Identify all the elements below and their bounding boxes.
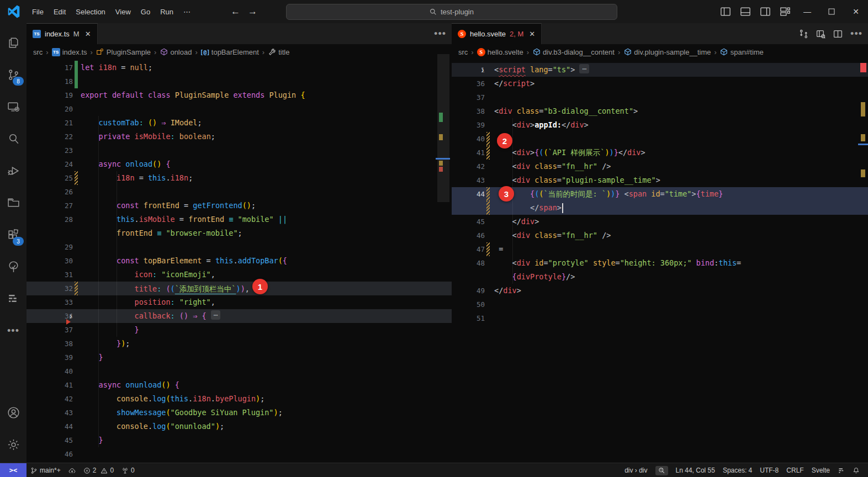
- breadcrumb-item[interactable]: div.b3-dialog__content: [532, 48, 615, 56]
- breadcrumb-item[interactable]: src: [33, 48, 43, 56]
- more-actions-icon[interactable]: •••: [850, 28, 862, 40]
- code-line[interactable]: 24async onload() {: [27, 157, 452, 171]
- code-line[interactable]: 48<div id="protyle" style="height: 360px…: [452, 256, 868, 270]
- close-button[interactable]: ✕: [844, 0, 868, 23]
- code-line[interactable]: 39<div>appId:</div>: [452, 118, 868, 132]
- remote-indicator[interactable]: ><: [0, 463, 27, 477]
- language-mode-status[interactable]: Svelte: [808, 463, 834, 477]
- sidebar-item-run-debug[interactable]: [0, 158, 27, 183]
- code-line[interactable]: 31icon: "iconEmoji",: [27, 268, 452, 282]
- problems-status[interactable]: 2 0: [80, 463, 118, 477]
- sidebar-item-search[interactable]: [0, 126, 27, 151]
- split-editor-icon[interactable]: [833, 29, 843, 39]
- code-line[interactable]: 38<div class="b3-dialog__content">: [452, 104, 868, 118]
- code-line[interactable]: 17let i18n = null;: [27, 61, 452, 75]
- code-line[interactable]: 1❯<script lang="ts">⋯: [452, 63, 868, 77]
- menu-view[interactable]: View: [110, 6, 136, 18]
- branch-status[interactable]: main*+: [27, 463, 65, 477]
- code-line[interactable]: 43<div class="plugin-sample__time">: [452, 173, 868, 187]
- code-line[interactable]: 29: [27, 240, 452, 254]
- breadcrumb-item[interactable]: src: [458, 48, 468, 56]
- breadcrumb-item[interactable]: title: [268, 48, 289, 56]
- code-line[interactable]: 49</div>: [452, 284, 868, 298]
- code-line[interactable]: 50: [452, 298, 868, 311]
- breadcrumb-item[interactable]: onload: [160, 48, 192, 56]
- code-line[interactable]: 47=: [452, 242, 868, 256]
- breadcrumb-item[interactable]: [@]topBarElement: [201, 48, 259, 56]
- sidebar-item-todo-tree[interactable]: [0, 254, 27, 279]
- open-preview-icon[interactable]: [816, 29, 825, 39]
- sidebar-item-source-control[interactable]: 8: [0, 62, 27, 87]
- code-line[interactable]: 44{((`当前的时间是: `))} <span id="time">{time…: [452, 187, 868, 201]
- activity-more-button[interactable]: •••: [0, 318, 27, 343]
- ports-status[interactable]: 0: [118, 463, 139, 477]
- sync-status[interactable]: [65, 463, 80, 477]
- code-line[interactable]: 36</script>: [452, 77, 868, 91]
- more-actions-icon[interactable]: •••: [434, 28, 446, 40]
- account-button[interactable]: [0, 400, 27, 425]
- code-line[interactable]: frontEnd ≡ "browser-mobile";: [27, 226, 452, 240]
- toggle-panel-icon[interactable]: [740, 6, 751, 17]
- code-line[interactable]: 51: [452, 311, 868, 325]
- code-line[interactable]: 44console.log("onunload");: [27, 420, 452, 433]
- zoom-status[interactable]: [652, 463, 672, 477]
- code-line[interactable]: 40: [452, 132, 868, 146]
- code-line[interactable]: 43showMessage("Goodbye SiYuan Plugin");: [27, 406, 452, 420]
- sidebar-item-remote-explorer[interactable]: [0, 94, 27, 119]
- menu-run[interactable]: Run: [155, 6, 178, 18]
- code-line[interactable]: 34❯callback: () ⇒ {⋯: [27, 309, 452, 323]
- code-line[interactable]: 46<div class="fn__hr" />: [452, 229, 868, 242]
- code-line[interactable]: 38});: [27, 337, 452, 351]
- breadcrumb-item[interactable]: TSindex.ts: [52, 48, 87, 56]
- tab-hello-svelte[interactable]: S hello.svelte 2, M ✕: [452, 23, 542, 44]
- code-line[interactable]: 23: [27, 144, 452, 157]
- forward-arrow-icon[interactable]: →: [248, 6, 257, 17]
- code-line[interactable]: 28this.isMobile = frontEnd ≡ "mobile" ||: [27, 213, 452, 226]
- code-line[interactable]: 20: [27, 102, 452, 116]
- fold-chevron-icon[interactable]: ❯: [481, 63, 484, 77]
- code-line[interactable]: 42console.log(this.i18n.byePlugin);: [27, 392, 452, 406]
- code-line[interactable]: 41async onunload() {: [27, 378, 452, 392]
- scrollbar-left[interactable]: [437, 54, 449, 202]
- eol-status[interactable]: CRLF: [782, 463, 807, 477]
- code-line[interactable]: 37: [452, 91, 868, 104]
- element-selector-status[interactable]: div › div: [621, 463, 651, 477]
- code-line[interactable]: 25i18n = this.i18n;: [27, 171, 452, 185]
- customize-layout-icon[interactable]: [780, 6, 791, 17]
- code-line[interactable]: 46: [27, 447, 452, 461]
- breadcrumb-item[interactable]: span#time: [720, 48, 764, 56]
- code-line[interactable]: 18: [27, 75, 452, 88]
- code-line[interactable]: </span>: [452, 201, 868, 215]
- menu-⋯[interactable]: ⋯: [178, 6, 195, 18]
- toggle-primary-sidebar-icon[interactable]: [720, 6, 731, 17]
- code-line[interactable]: 39}: [27, 351, 452, 364]
- code-line[interactable]: 32title: ((`添加到顶栏当中`)),1: [27, 282, 452, 295]
- command-center-search[interactable]: test-plugin: [286, 4, 617, 20]
- code-line[interactable]: 33position: "right",: [27, 295, 452, 309]
- tab-close-icon[interactable]: ✕: [85, 30, 91, 38]
- code-line[interactable]: 40: [27, 364, 452, 378]
- code-line[interactable]: 21customTab: () ⇒ IModel;: [27, 116, 452, 130]
- sidebar-item-folder[interactable]: [0, 190, 27, 215]
- sidebar-item-explorer[interactable]: [0, 30, 27, 55]
- cursor-position-status[interactable]: Ln 44, Col 55: [672, 463, 719, 477]
- code-line[interactable]: 37}: [27, 323, 452, 337]
- settings-button[interactable]: [0, 432, 27, 457]
- sidebar-item-prettier[interactable]: [0, 286, 27, 311]
- open-changes-icon[interactable]: [799, 29, 808, 39]
- minimize-button[interactable]: —: [795, 0, 819, 23]
- code-line[interactable]: 42<div class="fn__hr" />: [452, 160, 868, 173]
- menu-file[interactable]: File: [27, 6, 49, 18]
- breadcrumb-item[interactable]: div.plugin-sample__time: [623, 48, 711, 56]
- toggle-secondary-sidebar-icon[interactable]: [760, 6, 771, 17]
- prettier-status[interactable]: [834, 463, 849, 477]
- tab-close-icon[interactable]: ✕: [529, 30, 535, 38]
- code-line[interactable]: 45</div>: [452, 215, 868, 229]
- sidebar-item-extensions[interactable]: 3: [0, 222, 27, 247]
- code-line[interactable]: 27const frontEnd = getFrontend();: [27, 199, 452, 213]
- back-arrow-icon[interactable]: ←: [231, 6, 240, 17]
- indentation-status[interactable]: Spaces: 4: [719, 463, 756, 477]
- breadcrumb-item[interactable]: Shello.svelte: [477, 48, 523, 56]
- notifications-status[interactable]: [849, 463, 864, 477]
- breadcrumb-item[interactable]: PluginSample: [96, 48, 151, 56]
